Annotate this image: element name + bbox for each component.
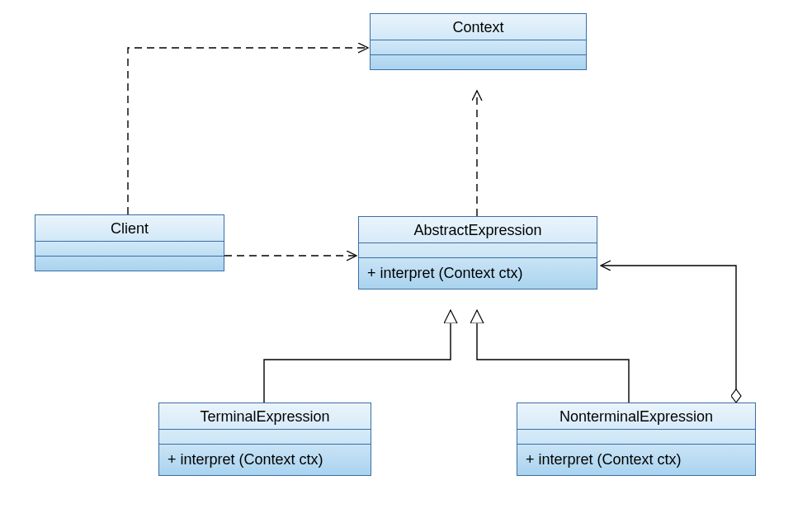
class-client-name: Client xyxy=(35,215,224,241)
class-nonterminal-expression-name: NonterminalExpression xyxy=(517,403,755,429)
class-nonterminal-expression-attributes xyxy=(517,429,755,444)
class-abstract-expression-attributes xyxy=(359,242,597,257)
uml-diagram-canvas: Context Client AbstractExpression + inte… xyxy=(0,0,812,532)
class-client-attributes xyxy=(35,241,224,256)
class-context-methods xyxy=(371,54,586,69)
class-abstract-expression-methods: + interpret (Context ctx) xyxy=(359,257,597,289)
class-abstract-expression: AbstractExpression + interpret (Context … xyxy=(358,216,597,290)
dependency-client-to-context xyxy=(128,48,368,214)
aggregation-nonterminal-to-abstract xyxy=(601,266,736,403)
class-terminal-expression-name: TerminalExpression xyxy=(159,403,371,429)
class-context: Context xyxy=(370,13,587,70)
class-nonterminal-expression-methods: + interpret (Context ctx) xyxy=(517,444,755,475)
class-client-methods xyxy=(35,256,224,271)
generalization-nonterminal-to-abstract xyxy=(477,310,629,403)
generalization-terminal-to-abstract xyxy=(264,310,451,403)
class-terminal-expression: TerminalExpression + interpret (Context … xyxy=(158,403,371,476)
class-terminal-expression-methods: + interpret (Context ctx) xyxy=(159,444,371,475)
class-context-name: Context xyxy=(371,14,586,40)
class-context-attributes xyxy=(371,40,586,54)
class-abstract-expression-name: AbstractExpression xyxy=(359,217,597,242)
class-client: Client xyxy=(35,214,224,271)
class-nonterminal-expression: NonterminalExpression + interpret (Conte… xyxy=(517,403,756,476)
class-terminal-expression-attributes xyxy=(159,429,371,444)
